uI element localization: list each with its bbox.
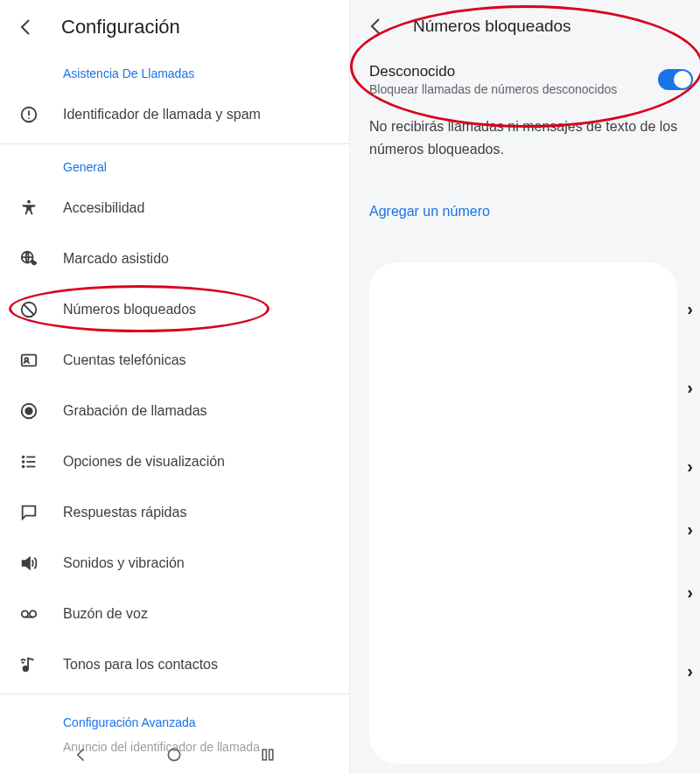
item-calling-accounts[interactable]: Cuentas telefónicas	[0, 335, 349, 386]
svg-point-2	[28, 117, 30, 119]
blocked-title: Números bloqueados	[413, 17, 571, 36]
blocked-numbers-screen: Números bloqueados Desconocido Bloquear …	[350, 0, 700, 774]
svg-point-16	[23, 466, 24, 468]
item-label: Marcado asistido	[63, 251, 169, 267]
nav-recents-icon[interactable]	[259, 746, 276, 764]
globe-phone-icon	[19, 249, 38, 268]
divider	[0, 143, 349, 144]
alert-circle-icon	[19, 105, 38, 124]
item-label: Cuentas telefónicas	[63, 352, 186, 368]
chevron-right-icon[interactable]: ›	[687, 378, 693, 398]
nav-home-icon[interactable]	[165, 746, 183, 764]
item-caller-id-spam[interactable]: Identificador de llamada y spam	[0, 89, 349, 140]
settings-title: Configuración	[61, 16, 180, 38]
item-accessibility[interactable]: Accesibilidad	[0, 183, 349, 234]
accessibility-icon	[19, 199, 38, 218]
divider	[0, 694, 349, 694]
unknown-toggle-switch[interactable]	[658, 69, 693, 90]
section-general: General	[0, 148, 349, 183]
item-call-recording[interactable]: Grabación de llamadas	[0, 386, 349, 436]
block-icon	[19, 300, 38, 319]
volume-icon	[19, 554, 38, 573]
item-label: Tonos para los contactos	[63, 657, 218, 673]
back-arrow-icon[interactable]	[366, 16, 387, 37]
unknown-text: Desconocido Bloquear llamadas de números…	[369, 63, 658, 96]
contact-card-icon	[19, 351, 38, 370]
blocked-info-text: No recibirás llamadas ni mensajes de tex…	[350, 108, 700, 160]
chevron-right-icon[interactable]: ›	[687, 661, 693, 681]
advanced-config-link[interactable]: Configuración Avanzada	[0, 698, 349, 733]
svg-point-14	[23, 457, 24, 458]
chevron-right-icon[interactable]: ›	[687, 519, 693, 540]
svg-rect-23	[269, 750, 272, 760]
item-label: Sonidos y vibración	[63, 555, 185, 571]
svg-point-15	[23, 461, 24, 463]
message-icon	[19, 503, 38, 522]
item-label: Identificador de llamada y spam	[63, 107, 261, 122]
item-label: Accesibilidad	[63, 200, 144, 216]
add-number-link[interactable]: Agregar un número	[350, 160, 700, 220]
item-quick-responses[interactable]: Respuestas rápidas	[0, 487, 349, 538]
item-display-options[interactable]: Opciones de visualización	[0, 436, 349, 487]
item-assisted-dialing[interactable]: Marcado asistido	[0, 234, 349, 284]
item-label: Números bloqueados	[63, 302, 196, 317]
record-icon	[19, 401, 38, 421]
blocked-list-card	[369, 262, 677, 764]
svg-rect-7	[22, 355, 37, 366]
settings-header: Configuración	[0, 0, 349, 54]
svg-point-10	[25, 408, 32, 414]
svg-point-18	[30, 610, 36, 617]
blocked-header: Números bloqueados	[350, 0, 700, 52]
svg-line-6	[24, 305, 34, 315]
svg-point-8	[24, 358, 28, 361]
svg-point-17	[22, 610, 28, 617]
unknown-toggle-row[interactable]: Desconocido Bloquear llamadas de números…	[350, 52, 700, 108]
settings-screen: Configuración Asistencia De Llamadas Ide…	[0, 0, 350, 774]
music-note-icon	[19, 655, 38, 674]
nav-back-icon[interactable]	[73, 746, 90, 764]
back-arrow-icon[interactable]	[16, 17, 37, 38]
chevron-right-icon[interactable]: ›	[687, 457, 693, 477]
unknown-title: Desconocido	[369, 63, 658, 80]
section-call-assistance: Asistencia De Llamadas	[0, 54, 349, 89]
list-icon	[19, 452, 38, 471]
item-label: Grabación de llamadas	[63, 403, 207, 419]
item-label: Opciones de visualización	[63, 454, 225, 470]
item-voicemail[interactable]: Buzón de voz	[0, 589, 349, 639]
item-label: Respuestas rápidas	[63, 505, 186, 520]
chevron-right-icon[interactable]: ›	[687, 582, 693, 603]
item-blocked-numbers[interactable]: Números bloqueados	[0, 284, 349, 335]
svg-point-21	[169, 749, 180, 760]
item-contact-ringtones[interactable]: Tonos para los contactos	[0, 639, 349, 690]
svg-rect-22	[262, 750, 266, 760]
item-label: Buzón de voz	[63, 606, 148, 622]
unknown-subtitle: Bloquear llamadas de números desconocido…	[369, 82, 658, 96]
android-navbar	[0, 736, 349, 774]
voicemail-icon	[19, 604, 38, 624]
svg-point-3	[27, 200, 31, 204]
item-sounds-vibration[interactable]: Sonidos y vibración	[0, 538, 349, 589]
chevron-right-icon[interactable]: ›	[687, 299, 693, 319]
